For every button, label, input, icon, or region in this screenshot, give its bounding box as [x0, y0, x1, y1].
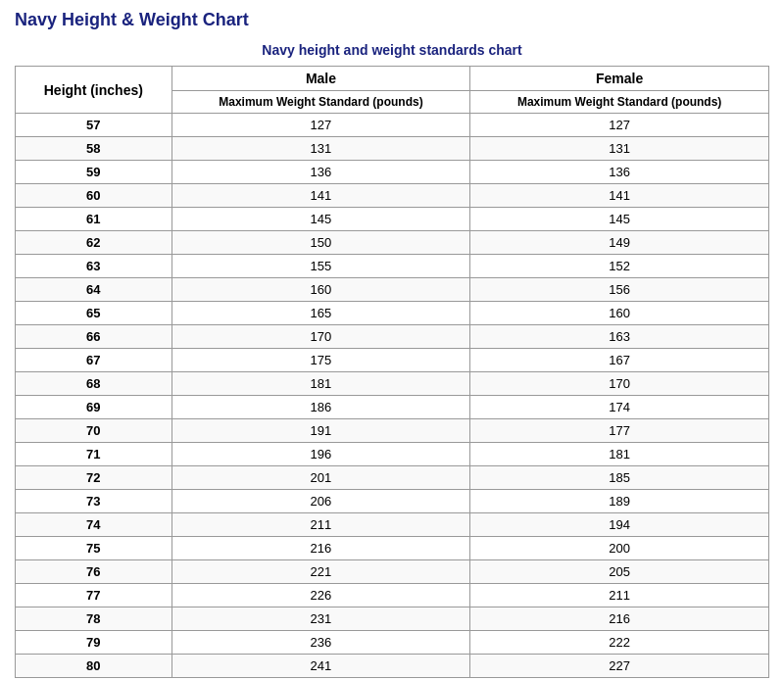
male-weight-cell: 175	[172, 349, 470, 372]
height-cell: 80	[16, 655, 172, 678]
height-cell: 78	[16, 607, 172, 631]
female-weight-cell: 205	[470, 560, 769, 584]
female-weight-cell: 141	[470, 184, 769, 208]
table-row: 61145145	[16, 208, 769, 231]
group-header-row: Height (inches) Male Female	[16, 67, 769, 91]
male-weight-cell: 136	[172, 161, 470, 184]
table-row: 73206189	[16, 490, 769, 513]
male-weight-cell: 216	[172, 537, 470, 560]
male-weight-cell: 211	[172, 513, 470, 537]
male-weight-cell: 241	[172, 655, 470, 678]
table-row: 71196181	[16, 443, 769, 466]
male-weight-cell: 170	[172, 325, 470, 349]
male-weight-cell: 206	[172, 490, 470, 513]
female-group-header: Female	[470, 67, 769, 91]
female-weight-cell: 216	[470, 607, 769, 631]
male-weight-cell: 127	[172, 114, 470, 137]
male-weight-cell: 221	[172, 560, 470, 584]
height-cell: 66	[16, 325, 172, 349]
height-cell: 74	[16, 513, 172, 537]
page-title: Navy Height & Weight Chart	[15, 10, 769, 30]
female-weight-cell: 185	[470, 466, 769, 490]
table-row: 59136136	[16, 161, 769, 184]
female-weight-cell: 181	[470, 443, 769, 466]
female-max-header: Maximum Weight Standard (pounds)	[470, 91, 769, 114]
height-cell: 72	[16, 466, 172, 490]
table-row: 80241227	[16, 655, 769, 678]
table-row: 77226211	[16, 584, 769, 607]
female-weight-cell: 127	[470, 114, 769, 137]
table-row: 58131131	[16, 137, 769, 161]
female-weight-cell: 167	[470, 349, 769, 372]
male-weight-cell: 226	[172, 584, 470, 607]
male-weight-cell: 145	[172, 208, 470, 231]
height-cell: 64	[16, 278, 172, 302]
female-weight-cell: 136	[470, 161, 769, 184]
male-weight-cell: 141	[172, 184, 470, 208]
female-weight-cell: 222	[470, 631, 769, 655]
female-weight-cell: 227	[470, 655, 769, 678]
height-cell: 79	[16, 631, 172, 655]
table-row: 75216200	[16, 537, 769, 560]
table-row: 63155152	[16, 255, 769, 278]
male-weight-cell: 160	[172, 278, 470, 302]
female-weight-cell: 149	[470, 231, 769, 255]
table-row: 70191177	[16, 419, 769, 443]
height-cell: 75	[16, 537, 172, 560]
female-weight-cell: 145	[470, 208, 769, 231]
female-weight-cell: 194	[470, 513, 769, 537]
table-row: 66170163	[16, 325, 769, 349]
male-group-header: Male	[172, 67, 470, 91]
table-row: 65165160	[16, 302, 769, 325]
male-weight-cell: 186	[172, 396, 470, 419]
height-col-header: Height (inches)	[16, 67, 172, 114]
subtitle: Navy height and weight standards chart	[15, 42, 769, 58]
table-row: 67175167	[16, 349, 769, 372]
male-weight-cell: 155	[172, 255, 470, 278]
height-cell: 60	[16, 184, 172, 208]
table-row: 64160156	[16, 278, 769, 302]
table-row: 74211194	[16, 513, 769, 537]
height-cell: 69	[16, 396, 172, 419]
table-row: 76221205	[16, 560, 769, 584]
table-row: 78231216	[16, 607, 769, 631]
female-weight-cell: 131	[470, 137, 769, 161]
height-cell: 57	[16, 114, 172, 137]
table-row: 57127127	[16, 114, 769, 137]
table-row: 68181170	[16, 372, 769, 396]
height-cell: 77	[16, 584, 172, 607]
height-cell: 71	[16, 443, 172, 466]
female-weight-cell: 156	[470, 278, 769, 302]
male-weight-cell: 201	[172, 466, 470, 490]
height-cell: 68	[16, 372, 172, 396]
height-cell: 65	[16, 302, 172, 325]
table-row: 60141141	[16, 184, 769, 208]
male-weight-cell: 196	[172, 443, 470, 466]
table-body: 5712712758131131591361366014114161145145…	[16, 114, 769, 678]
height-cell: 58	[16, 137, 172, 161]
table-row: 62150149	[16, 231, 769, 255]
male-weight-cell: 236	[172, 631, 470, 655]
female-weight-cell: 189	[470, 490, 769, 513]
female-weight-cell: 174	[470, 396, 769, 419]
male-max-header: Maximum Weight Standard (pounds)	[172, 91, 470, 114]
male-weight-cell: 150	[172, 231, 470, 255]
height-cell: 61	[16, 208, 172, 231]
height-cell: 63	[16, 255, 172, 278]
height-cell: 59	[16, 161, 172, 184]
female-weight-cell: 211	[470, 584, 769, 607]
table-row: 72201185	[16, 466, 769, 490]
male-weight-cell: 165	[172, 302, 470, 325]
female-weight-cell: 170	[470, 372, 769, 396]
male-weight-cell: 191	[172, 419, 470, 443]
height-cell: 67	[16, 349, 172, 372]
female-weight-cell: 160	[470, 302, 769, 325]
male-weight-cell: 131	[172, 137, 470, 161]
height-cell: 76	[16, 560, 172, 584]
male-weight-cell: 231	[172, 607, 470, 631]
female-weight-cell: 152	[470, 255, 769, 278]
female-weight-cell: 200	[470, 537, 769, 560]
height-cell: 70	[16, 419, 172, 443]
female-weight-cell: 177	[470, 419, 769, 443]
female-weight-cell: 163	[470, 325, 769, 349]
